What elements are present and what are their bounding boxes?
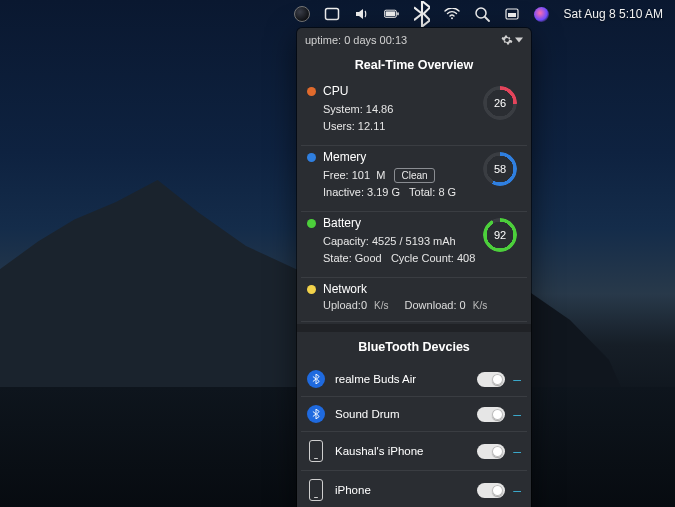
memory-gauge: 58 [483,152,517,186]
cpu-gauge: 26 [483,86,517,120]
bt-device-row: Kaushal's iPhone – [301,432,527,471]
bt-device-expand-icon[interactable]: – [513,411,521,418]
cpu-users-value: 12.11 [358,120,386,132]
wifi-icon[interactable] [444,6,460,22]
battery-cycle-value: 408 [457,252,475,264]
bt-device-toggle[interactable] [477,372,505,387]
network-title: Network [323,282,367,296]
network-section: Network Upload:0 K/s Download: 0 K/s [301,278,527,322]
settings-gear-icon[interactable] [501,34,523,46]
cpu-dot-icon [307,87,316,96]
svg-point-4 [451,17,453,19]
svg-rect-8 [508,13,516,17]
network-download-unit: K/s [473,300,487,311]
cpu-system-label: System: [323,103,363,115]
memory-inactive-value: 3.19 G [367,186,400,198]
bluetooth-device-icon [307,370,325,388]
memory-gauge-value: 58 [483,152,517,186]
svg-rect-0 [325,9,338,20]
menubar-clock[interactable]: Sat Aug 8 5:10 AM [564,7,663,21]
battery-state-value: Good [355,252,382,264]
memory-total-label: Total: [409,186,435,198]
bluetooth-device-icon [307,405,325,423]
bt-device-row: iPhone – [301,471,527,507]
memory-section: Memery Free: 101 M Clean Inactive: 3.19 … [301,146,527,212]
svg-line-6 [485,17,489,21]
battery-dot-icon [307,219,316,228]
memory-free-value: 101 [352,169,370,181]
phone-device-icon [307,440,325,462]
cpu-title: CPU [323,84,348,98]
bluetooth-title: BlueTooth Devcies [297,334,531,362]
cpu-system-value: 14.86 [366,103,394,115]
volume-icon[interactable] [354,6,370,22]
network-download-value: 0 [460,299,466,311]
network-upload-unit: K/s [374,300,388,311]
memory-total-value: 8 G [438,186,456,198]
bt-device-toggle[interactable] [477,407,505,422]
bt-device-expand-icon[interactable]: – [513,376,521,383]
battery-gauge: 92 [483,218,517,252]
system-monitor-panel: uptime: 0 days 00:13 Real-Time Overview … [297,28,531,507]
network-upload-label: Upload: [323,299,361,311]
battery-icon[interactable] [384,6,400,22]
battery-state-label: State: [323,252,352,264]
overview-title: Real-Time Overview [297,52,531,80]
section-divider [297,324,531,332]
bt-device-name: Kaushal's iPhone [335,445,424,457]
battery-title: Battery [323,216,361,230]
battery-section: Battery Capacity: 4525 / 5193 mAh State:… [301,212,527,278]
cpu-section: CPU System: 14.86 Users: 12.11 26 [301,80,527,146]
siri-icon[interactable] [534,6,550,22]
spotlight-icon[interactable] [474,6,490,22]
bluetooth-icon[interactable] [414,6,430,22]
svg-rect-2 [385,12,395,17]
network-download-label: Download: [405,299,457,311]
bt-device-row: Sound Drum – [301,397,527,432]
bt-device-name: realme Buds Air [335,373,416,385]
menubar: Sat Aug 8 5:10 AM [294,4,663,24]
memory-inactive-label: Inactive: [323,186,364,198]
uptime-label: uptime: 0 days 00:13 [305,34,407,46]
cpu-users-label: Users: [323,120,355,132]
battery-cycle-label: Cycle Count: [391,252,454,264]
bt-device-row: realme Buds Air – [301,362,527,397]
bt-device-toggle[interactable] [477,444,505,459]
phone-device-icon [307,479,325,501]
bt-device-expand-icon[interactable]: – [513,448,521,455]
bt-device-toggle[interactable] [477,483,505,498]
memory-clean-button[interactable]: Clean [394,168,434,183]
memory-free-label: Free: [323,169,349,181]
bt-device-expand-icon[interactable]: – [513,487,521,494]
bluetooth-device-list: realme Buds Air – Sound Drum – Kaush [297,362,531,507]
memory-title: Memery [323,150,366,164]
bt-device-name: Sound Drum [335,408,400,420]
battery-gauge-value: 92 [483,218,517,252]
svg-rect-3 [397,12,399,15]
cpu-gauge-value: 26 [483,86,517,120]
memory-free-unit: M [376,169,385,181]
battery-capacity-value: 4525 / 5193 mAh [372,235,456,247]
network-dot-icon [307,285,316,294]
battery-capacity-label: Capacity: [323,235,369,247]
box-icon[interactable] [324,6,340,22]
memory-dot-icon [307,153,316,162]
bt-device-name: iPhone [335,484,371,496]
app-menubar-icon[interactable] [294,6,310,22]
network-upload-value: 0 [361,299,367,311]
tray-icon[interactable] [504,6,520,22]
